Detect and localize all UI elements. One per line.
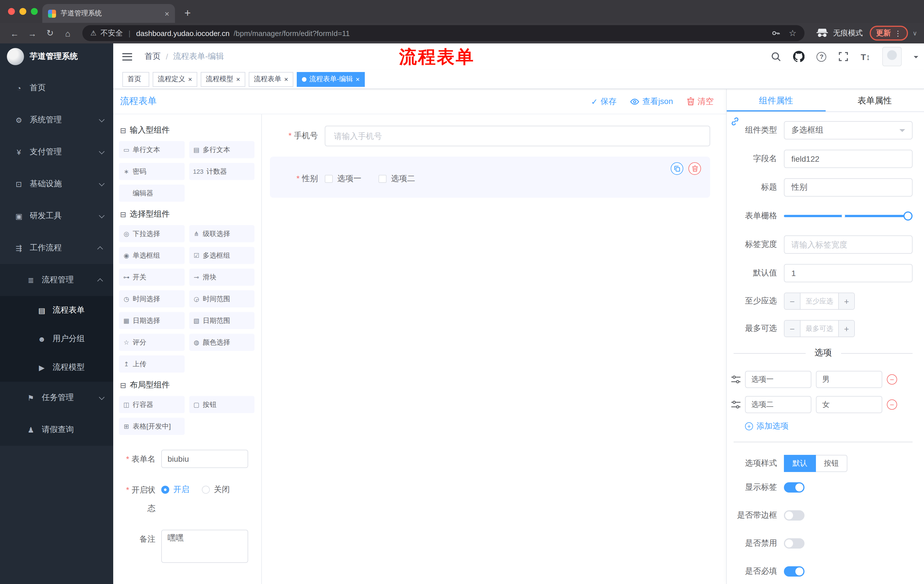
- browser-menu-icon[interactable]: ⋮: [894, 29, 902, 38]
- back-icon[interactable]: ←: [7, 25, 22, 41]
- palette-item[interactable]: ▤ 多行文本: [189, 141, 254, 158]
- tag-process-model[interactable]: 流程模型 ×: [201, 72, 245, 87]
- option-value-input[interactable]: [816, 371, 882, 388]
- radio-status-on[interactable]: 开启: [161, 485, 189, 495]
- link-icon[interactable]: [730, 117, 740, 128]
- toolbar-caret-icon[interactable]: ∨: [912, 30, 917, 37]
- clear-button[interactable]: 清空: [687, 96, 714, 107]
- checkbox-option[interactable]: 选项二: [378, 174, 415, 184]
- delete-component-button[interactable]: [688, 162, 701, 175]
- sidebar-item-user-group[interactable]: ☻ 用户分组: [0, 324, 113, 353]
- sidebar-item-task-management[interactable]: ⚑ 任务管理: [0, 382, 113, 414]
- key-icon[interactable]: [772, 29, 781, 38]
- radio-status-off[interactable]: 关闭: [202, 485, 230, 495]
- palette-item[interactable]: ⋔ 级联选择: [189, 225, 254, 242]
- palette-item[interactable]: 123 计数器: [189, 163, 254, 180]
- palette-item[interactable]: ⊸ 滑块: [189, 268, 254, 286]
- palette-item[interactable]: 编辑器: [119, 184, 185, 202]
- palette-item[interactable]: ◍ 颜色选择: [189, 334, 254, 351]
- sidebar-item-devtools[interactable]: ▣ 研发工具: [0, 200, 113, 232]
- sidebar-item-process-management[interactable]: ≣ 流程管理: [0, 264, 113, 296]
- forward-icon[interactable]: →: [25, 25, 40, 41]
- browser-update-button[interactable]: 更新 ⋮: [870, 26, 908, 41]
- palette-item[interactable]: ▭ 单行文本: [119, 141, 185, 158]
- reload-icon[interactable]: ↻: [42, 25, 58, 41]
- max-select-placeholder[interactable]: 最多可选: [800, 321, 838, 337]
- title-input[interactable]: [784, 178, 912, 197]
- tag-close-icon[interactable]: ×: [284, 75, 288, 83]
- sidebar-logo-row[interactable]: 芋道管理系统: [0, 43, 113, 70]
- palette-item[interactable]: ⊶ 开关: [119, 268, 185, 286]
- add-option-button[interactable]: + 添加选项: [745, 421, 912, 431]
- palette-item[interactable]: ↥ 上传: [119, 355, 185, 373]
- tab-component-properties[interactable]: 组件属性: [727, 89, 825, 112]
- minimize-window-button[interactable]: [20, 8, 26, 15]
- tag-home[interactable]: 首页: [122, 72, 149, 87]
- avatar-caret-icon[interactable]: [914, 56, 918, 61]
- font-size-icon[interactable]: T↕: [861, 52, 870, 61]
- avatar[interactable]: [882, 47, 902, 66]
- toggle-disabled[interactable]: [784, 538, 805, 549]
- sidebar-item-process-model[interactable]: ▶ 流程模型: [0, 353, 113, 382]
- palette-item[interactable]: ⊞ 表格[开发中]: [119, 418, 185, 435]
- default-value-input[interactable]: [784, 264, 912, 282]
- palette-item[interactable]: ◉ 单选框组: [119, 247, 185, 264]
- sidebar-item-leave-query[interactable]: ♟ 请假查询: [0, 414, 113, 446]
- palette-item[interactable]: ▦ 日期选择: [119, 312, 185, 329]
- tag-process-definition[interactable]: 流程定义 ×: [153, 72, 197, 87]
- new-tab-button[interactable]: +: [180, 5, 196, 21]
- tab-close-icon[interactable]: ×: [165, 9, 169, 18]
- address-bar[interactable]: ⚠ 不安全 | dashboard.yudao.iocoder.cn /bpm/…: [82, 25, 805, 41]
- browser-tab[interactable]: 芋道管理系统 ×: [42, 4, 175, 23]
- toggle-with-border[interactable]: [784, 510, 805, 521]
- palette-item[interactable]: ▢ 按钮: [189, 396, 254, 413]
- palette-item[interactable]: ☑ 多选框组: [189, 247, 254, 264]
- phone-input[interactable]: [325, 126, 710, 146]
- github-icon[interactable]: [794, 51, 805, 62]
- sidebar-item-workflow[interactable]: ⇶ 工作流程: [0, 232, 113, 264]
- toggle-show-label[interactable]: [784, 482, 805, 493]
- palette-item[interactable]: ◷ 时间选择: [119, 290, 185, 308]
- sidebar-toggle-icon[interactable]: [122, 53, 132, 60]
- zoom-window-button[interactable]: [31, 8, 38, 15]
- fullscreen-icon[interactable]: [838, 51, 849, 62]
- drag-handle-icon[interactable]: [731, 375, 741, 383]
- option-style-segment[interactable]: 默认: [784, 455, 816, 472]
- component-type-select[interactable]: 多选框组: [784, 121, 912, 140]
- increase-button[interactable]: +: [838, 321, 854, 337]
- grid-slider[interactable]: [784, 207, 912, 225]
- remove-option-button[interactable]: −: [887, 400, 897, 410]
- field-name-input[interactable]: [784, 150, 912, 168]
- help-icon[interactable]: ?: [817, 52, 827, 61]
- sidebar-item-home[interactable]: ◔ 首页: [0, 72, 113, 104]
- palette-item[interactable]: ∗ 密码: [119, 163, 185, 180]
- sidebar-item-process-form[interactable]: ▤ 流程表单: [0, 296, 113, 324]
- palette-item[interactable]: ▧ 日期范围: [189, 312, 254, 329]
- search-icon[interactable]: [771, 51, 781, 62]
- form-remark-textarea[interactable]: 嘿嘿: [161, 530, 248, 563]
- option-label-input[interactable]: [745, 396, 811, 413]
- bookmark-star-icon[interactable]: ☆: [789, 28, 797, 38]
- drag-handle-icon[interactable]: [731, 401, 741, 409]
- tab-form-properties[interactable]: 表单属性: [825, 89, 924, 112]
- min-select-placeholder[interactable]: 至少应选: [800, 293, 838, 309]
- tag-close-icon[interactable]: ×: [188, 75, 192, 83]
- option-style-segment[interactable]: 按钮: [815, 455, 847, 472]
- palette-item[interactable]: ◶ 时间范围: [189, 290, 254, 308]
- tag-close-icon[interactable]: ×: [236, 75, 240, 83]
- option-label-input[interactable]: [745, 371, 811, 388]
- decrease-button[interactable]: −: [784, 321, 800, 337]
- palette-item[interactable]: ☆ 评分: [119, 334, 185, 351]
- palette-item[interactable]: ◫ 行容器: [119, 396, 185, 413]
- decrease-button[interactable]: −: [784, 293, 800, 309]
- selected-component-gender[interactable]: 性别 选项一: [270, 156, 710, 198]
- breadcrumb-home[interactable]: 首页: [145, 51, 161, 62]
- palette-item[interactable]: ◎ 下拉选择: [119, 225, 185, 242]
- tag-process-form[interactable]: 流程表单 ×: [249, 72, 293, 87]
- remove-option-button[interactable]: −: [887, 374, 897, 385]
- tag-close-icon[interactable]: ×: [356, 75, 360, 83]
- label-width-input[interactable]: [784, 235, 912, 254]
- close-window-button[interactable]: [8, 8, 15, 15]
- checkbox-option[interactable]: 选项一: [325, 174, 361, 184]
- save-button[interactable]: ✓ 保存: [591, 96, 616, 107]
